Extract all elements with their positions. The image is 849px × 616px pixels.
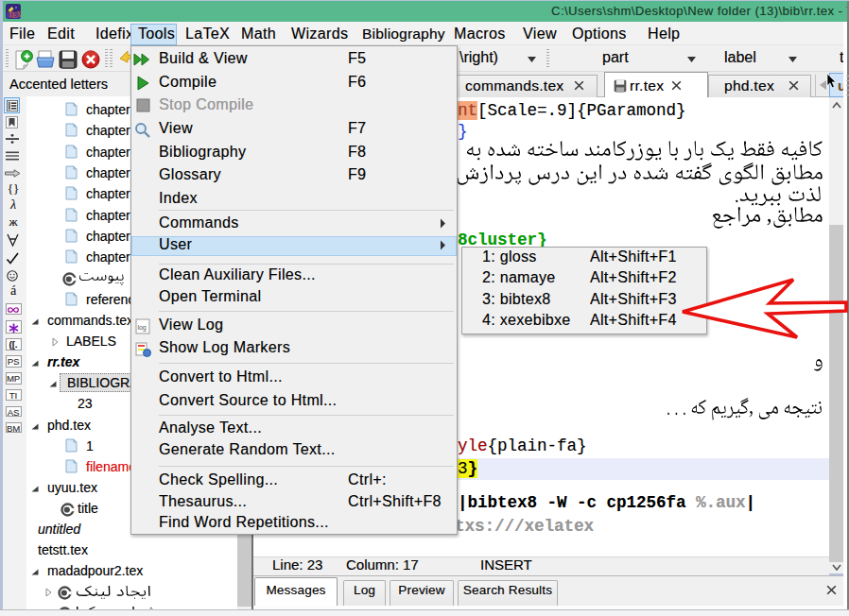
svg-text:TEX: TEX bbox=[9, 10, 21, 19]
svg-text:log: log bbox=[137, 324, 146, 332]
